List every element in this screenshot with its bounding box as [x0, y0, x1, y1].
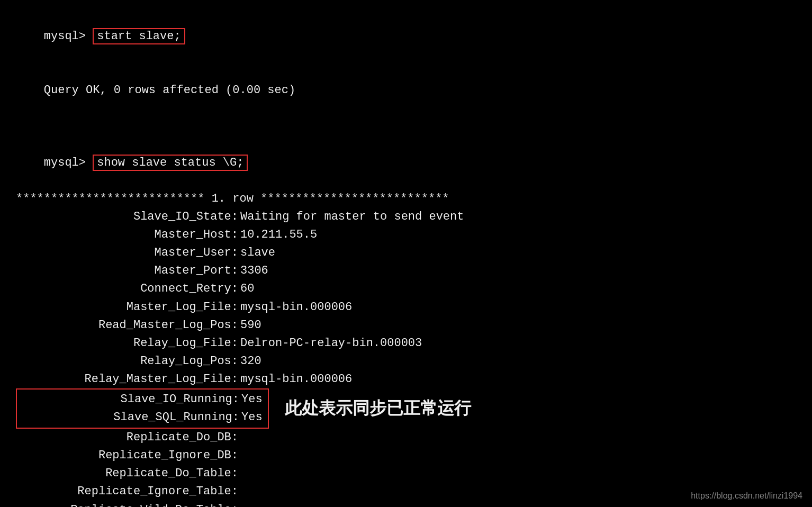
kv-relay-log-pos: Relay_Log_Pos: 320 [16, 352, 796, 370]
key-slave-io-running: Slave_IO_Running: [17, 391, 239, 409]
val-master-log-file: mysql-bin.000006 [238, 298, 352, 316]
prompt-1: mysql> [44, 30, 93, 43]
key-relay-master-log-file: Relay_Master_Log_File: [16, 370, 238, 388]
kv-relay-log-file: Relay_Log_File: Delron-PC-relay-bin.0000… [16, 334, 796, 352]
key-replicate-wild-do-table: Replicate_Wild_Do_Table: [16, 501, 238, 507]
key-replicate-do-db: Replicate_Do_DB: [16, 429, 238, 447]
kv-relay-master-log-file: Relay_Master_Log_File: mysql-bin.000006 [16, 370, 796, 388]
key-replicate-ignore-db: Replicate_Ignore_DB: [16, 447, 238, 465]
val-slave-sql-running: Yes [239, 409, 263, 427]
key-master-port: Master_Port: [16, 262, 238, 280]
line-stars: *************************** 1. row *****… [16, 190, 796, 208]
line-start-slave: mysql> start slave; [16, 10, 796, 64]
line-show-slave-status: mysql> show slave status \G; [16, 136, 796, 190]
kv-slave-sql-running: Slave_SQL_Running: Yes [17, 409, 263, 427]
val-replicate-do-table [238, 465, 240, 483]
line-query-ok: Query OK, 0 rows affected (0.00 sec) [16, 64, 796, 117]
val-connect-retry: 60 [238, 280, 254, 298]
kv-read-master-log-pos: Read_Master_Log_Pos: 590 [16, 316, 796, 334]
val-master-port: 3306 [238, 262, 268, 280]
val-replicate-do-db [238, 429, 240, 447]
key-slave-io-state: Slave_IO_State: [16, 208, 238, 226]
val-relay-log-pos: 320 [238, 352, 261, 370]
kv-connect-retry: Connect_Retry: 60 [16, 280, 796, 298]
kv-io-sql-running-block: Slave_IO_Running: Yes Slave_SQL_Running:… [16, 388, 796, 429]
prompt-2: mysql> [44, 156, 93, 169]
kv-master-user: Master_User: slave [16, 244, 796, 262]
kv-replicate-ignore-table: Replicate_Ignore_Table: [16, 483, 796, 501]
key-replicate-do-table: Replicate_Do_Table: [16, 465, 238, 483]
sync-annotation: 此处表示同步已正常运行 [285, 395, 471, 422]
key-relay-log-pos: Relay_Log_Pos: [16, 352, 238, 370]
val-relay-master-log-file: mysql-bin.000006 [238, 370, 352, 388]
val-relay-log-file: Delron-PC-relay-bin.000003 [238, 334, 422, 352]
kv-replicate-do-table: Replicate_Do_Table: [16, 465, 796, 483]
watermark: https://blog.csdn.net/linzi1994 [691, 491, 802, 501]
key-read-master-log-pos: Read_Master_Log_Pos: [16, 316, 238, 334]
val-slave-io-state: Waiting for master to send event [238, 208, 464, 226]
kv-replicate-wild-do-table: Replicate_Wild_Do_Table: [16, 501, 796, 507]
blank-line-1 [16, 118, 796, 136]
key-relay-log-file: Relay_Log_File: [16, 334, 238, 352]
kv-replicate-do-db: Replicate_Do_DB: [16, 429, 796, 447]
val-replicate-ignore-db [238, 447, 240, 465]
val-master-host: 10.211.55.5 [238, 226, 317, 244]
val-replicate-wild-do-table [238, 501, 240, 507]
key-connect-retry: Connect_Retry: [16, 280, 238, 298]
key-replicate-ignore-table: Replicate_Ignore_Table: [16, 483, 238, 501]
io-sql-running-box: Slave_IO_Running: Yes Slave_SQL_Running:… [16, 388, 269, 429]
val-master-user: slave [238, 244, 275, 262]
kv-master-port: Master_Port: 3306 [16, 262, 796, 280]
cmd-start-slave: start slave; [93, 28, 185, 44]
key-master-user: Master_User: [16, 244, 238, 262]
kv-slave-io-state: Slave_IO_State: Waiting for master to se… [16, 208, 796, 226]
kv-replicate-ignore-db: Replicate_Ignore_DB: [16, 447, 796, 465]
kv-master-host: Master_Host: 10.211.55.5 [16, 226, 796, 244]
val-read-master-log-pos: 590 [238, 316, 261, 334]
cmd-show-slave-status: show slave status \G; [93, 155, 248, 171]
val-slave-io-running: Yes [239, 391, 263, 409]
kv-master-log-file: Master_Log_File: mysql-bin.000006 [16, 298, 796, 316]
val-replicate-ignore-table [238, 483, 240, 501]
key-master-host: Master_Host: [16, 226, 238, 244]
query-ok-text: Query OK, 0 rows affected (0.00 sec) [44, 84, 295, 97]
key-master-log-file: Master_Log_File: [16, 298, 238, 316]
terminal-window: mysql> start slave; Query OK, 0 rows aff… [0, 0, 812, 507]
key-slave-sql-running: Slave_SQL_Running: [17, 409, 239, 427]
kv-slave-io-running: Slave_IO_Running: Yes [17, 391, 263, 409]
